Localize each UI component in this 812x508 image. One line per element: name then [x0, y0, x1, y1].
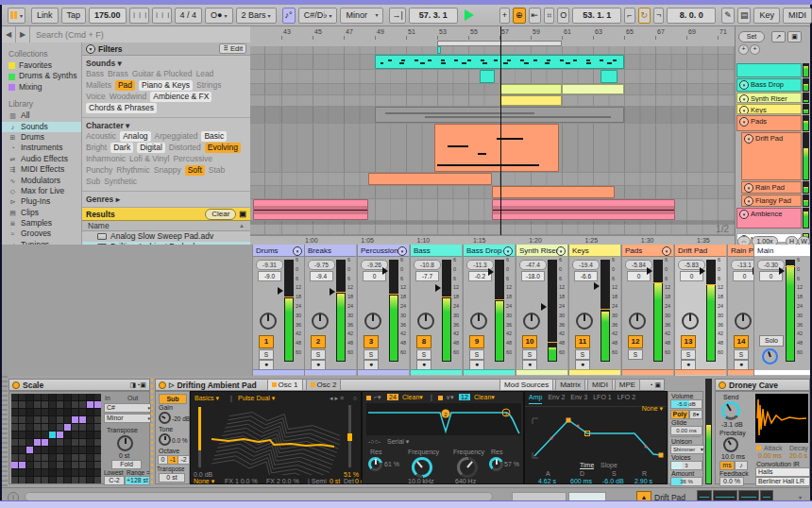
scale-grid-cell[interactable] — [26, 469, 33, 476]
pan-knob[interactable] — [523, 313, 540, 330]
sidebar-item-instruments[interactable]: ◔Instruments — [2, 143, 81, 153]
tempo-field[interactable]: 175.00 — [89, 8, 127, 24]
filter2-slope[interactable]: 12 — [459, 394, 470, 400]
expand-takes-plus-icon[interactable]: + — [750, 44, 760, 55]
filter-tag-voice[interactable]: Voice — [86, 92, 106, 102]
sub-tone-value[interactable]: 0.0 % — [172, 437, 188, 444]
unison-amount-value[interactable]: 36 % — [670, 477, 702, 486]
solo-label[interactable]: Solo — [759, 335, 784, 347]
scale-grid-cell[interactable] — [19, 432, 25, 438]
filter2-freq-knob[interactable] — [457, 457, 478, 478]
fader-handle[interactable] — [488, 268, 494, 276]
scale-grid-cell[interactable] — [87, 409, 93, 415]
track-fold-icon[interactable]: ▾ — [744, 196, 753, 206]
sidebar-item-plug-ins[interactable]: ⊳Plug-Ins — [2, 196, 81, 207]
scale-grid-cell[interactable] — [11, 477, 18, 483]
add-button[interactable]: + — [499, 8, 510, 24]
scale-grid-cell[interactable] — [57, 447, 63, 453]
scale-grid-cell[interactable] — [87, 439, 93, 446]
sidebar-item-modulators[interactable]: ∿Modulators — [2, 176, 81, 186]
predelay-knob[interactable] — [723, 437, 738, 452]
sidebar-item-drums[interactable]: ⊞Drums — [2, 132, 81, 143]
scale-grid-cell[interactable] — [34, 394, 41, 400]
mixer-strip-keys[interactable]: Keys-19.4-6.6606121824303642486011S● — [568, 245, 620, 376]
osc-circle-icon[interactable]: ○ — [353, 395, 357, 401]
scale-grid-cell[interactable] — [34, 432, 41, 438]
automation-arm-toggle[interactable]: O — [557, 8, 569, 24]
scale-grid-cell[interactable] — [64, 477, 71, 483]
nudge-down-button[interactable]: ❘❘❘ — [129, 8, 149, 24]
scale-grid-cell[interactable] — [64, 439, 71, 446]
scale-grid-cell[interactable] — [42, 447, 48, 453]
scale-grid-cell[interactable] — [79, 447, 86, 453]
scale-range-value[interactable]: +128 st — [125, 476, 150, 485]
scale-grid-cell[interactable] — [42, 416, 48, 423]
filter-tag-inharmonic[interactable]: Inharmonic — [86, 154, 126, 164]
scale-grid-cell[interactable] — [34, 462, 41, 468]
scale-root-selector[interactable]: C#/D♭▾ — [298, 8, 338, 24]
midi-arrangement-overdub-toggle[interactable]: ⊕ — [513, 8, 526, 24]
scale-grid-cell[interactable] — [49, 477, 56, 483]
scale-grid-cell[interactable] — [79, 401, 86, 408]
nudge-up-button[interactable]: ❘❘❘ — [152, 8, 172, 24]
fader-handle[interactable] — [594, 282, 600, 290]
peak-level-display[interactable]: -47.4 — [519, 260, 547, 270]
filter-tag-acoustic[interactable]: Acoustic — [86, 131, 116, 142]
track-number[interactable]: 13 — [681, 335, 696, 348]
scale-grid-cell[interactable] — [11, 424, 18, 431]
scale-grid-cell[interactable] — [57, 409, 63, 415]
track-number[interactable]: 10 — [522, 335, 537, 348]
volume-field[interactable]: -9.0 — [258, 271, 281, 281]
scale-grid-cell[interactable] — [42, 432, 48, 438]
mixer-strip-drums[interactable]: Drums▾-9.31-9.060612182430364248601S● — [252, 245, 304, 376]
amp-envelope-display[interactable] — [529, 413, 665, 462]
sub-gain-value[interactable]: -20 dB — [172, 415, 190, 422]
scale-grid-cell[interactable] — [26, 424, 33, 431]
wavetable-preview-icon[interactable]: ▷ — [169, 381, 174, 389]
scale-grid-cell[interactable] — [11, 409, 18, 415]
filter2-res-value[interactable]: 57 % — [504, 461, 519, 467]
poly-mono-toggle[interactable]: Poly — [670, 410, 689, 419]
filter1-res-value[interactable]: 61 % — [384, 461, 399, 467]
filter-tag-percussive[interactable]: Percussive — [173, 154, 212, 164]
sidebar-item-mixing[interactable]: Mixing — [2, 82, 81, 93]
track-number[interactable]: 1 — [259, 335, 274, 348]
tempo-follower-toggle[interactable]: ▾ — [8, 8, 25, 24]
scale-grid-cell[interactable] — [72, 424, 78, 431]
filter-tag-lofi-vinyl[interactable]: Lofi & Vinyl — [129, 154, 169, 164]
track-fold-icon[interactable]: ▾ — [744, 183, 753, 193]
peak-level-display[interactable]: -9.31 — [256, 260, 283, 270]
scale-grid-cell[interactable] — [94, 432, 101, 438]
glide-value[interactable]: 0.00 ms — [670, 426, 702, 435]
quantization-menu[interactable]: 2 Bars▾ — [236, 8, 277, 24]
filter1-res-knob[interactable] — [368, 457, 382, 471]
scale-grid-cell[interactable] — [42, 454, 48, 461]
filters-edit-button[interactable]: ⠿ Edit — [219, 43, 246, 54]
scale-grid-cell[interactable] — [64, 454, 71, 461]
send-knob[interactable] — [721, 401, 740, 420]
clip[interactable] — [375, 107, 624, 123]
clip[interactable] — [480, 70, 496, 83]
track-fold-icon[interactable]: ▾ — [739, 94, 749, 103]
filter-tag-mallets[interactable]: Mallets — [86, 80, 111, 91]
fader-handle[interactable] — [278, 287, 283, 295]
scale-grid-cell[interactable] — [94, 447, 101, 453]
track-header-synth-riser[interactable]: ▾Synth Riser — [736, 93, 802, 103]
pan-knob[interactable] — [470, 313, 487, 330]
droney-cave-activator[interactable] — [719, 381, 726, 389]
clear-filters-button[interactable]: Clear — [205, 209, 236, 220]
scale-grid-cell[interactable] — [57, 477, 63, 483]
osc-semi-value[interactable]: 0 st — [330, 478, 340, 484]
env-decay-value[interactable]: 600 ms — [570, 478, 592, 484]
scale-grid-cell[interactable] — [72, 469, 78, 476]
scale-grid-cell[interactable] — [19, 401, 25, 408]
scale-grid-cell[interactable] — [34, 447, 41, 453]
filter1-toggle[interactable] — [366, 396, 371, 400]
osc-effect-mode[interactable]: None ▾ — [194, 478, 214, 485]
scale-grid-cell[interactable] — [26, 409, 33, 415]
scale-grid-cell[interactable] — [94, 454, 101, 461]
feedback-value[interactable]: 0.0 % — [719, 477, 744, 486]
sidebar-item-samples[interactable]: ≣Samples — [2, 218, 81, 229]
mod-tab-mod-sources[interactable]: Mod Sources — [499, 379, 553, 391]
scale-grid-cell[interactable] — [72, 409, 78, 415]
